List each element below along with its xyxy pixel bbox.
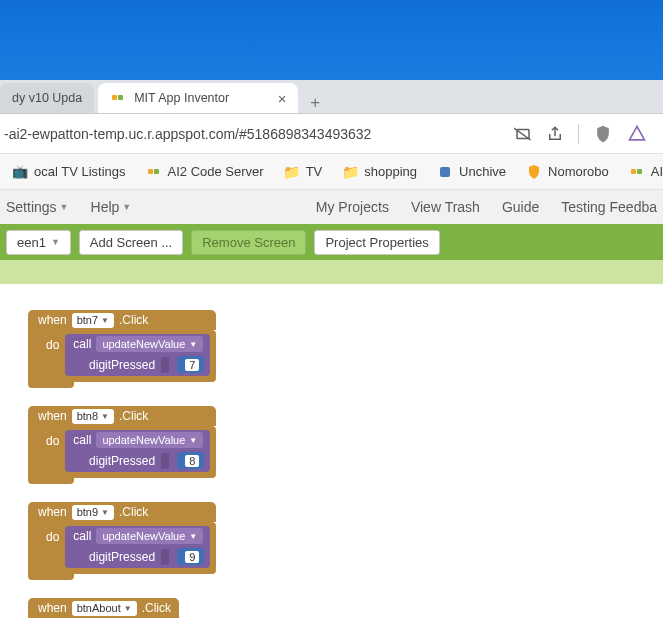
- bookmark-tv-folder[interactable]: 📁TV: [276, 160, 331, 184]
- menu-my-projects[interactable]: My Projects: [316, 199, 389, 215]
- event-header: when btn9▼ .Click: [28, 502, 216, 522]
- brave-shields-icon[interactable]: [593, 124, 613, 144]
- folder-icon: 📁: [284, 164, 300, 180]
- brave-rewards-icon[interactable]: [627, 124, 647, 144]
- event-block-btnabout-click[interactable]: when btnAbout▼ .Click: [28, 598, 179, 618]
- chevron-down-icon: ▼: [189, 436, 197, 445]
- event-block-btn9-click[interactable]: when btn9▼ .Click do call updateNewValue…: [28, 502, 216, 574]
- number-block[interactable]: 8: [177, 452, 204, 469]
- divider: [578, 124, 579, 144]
- input-socket: [161, 357, 169, 373]
- component-dropdown[interactable]: btn7▼: [72, 313, 114, 328]
- bookmark-ai2-code-server[interactable]: AI2 Code Server: [138, 160, 272, 184]
- chevron-down-icon: ▼: [189, 340, 197, 349]
- do-label: do: [46, 430, 59, 448]
- screen-selector[interactable]: een1▼: [6, 230, 71, 255]
- bookmark-unchive[interactable]: Unchive: [429, 160, 514, 184]
- number-block[interactable]: 9: [177, 548, 204, 565]
- background-tab[interactable]: dy v10 Upda: [0, 83, 94, 113]
- svg-rect-8: [637, 169, 642, 174]
- appinventor-favicon: [110, 90, 126, 106]
- procedure-dropdown[interactable]: updateNewValue▼: [96, 432, 203, 448]
- shield-icon: [526, 164, 542, 180]
- svg-rect-7: [631, 169, 636, 174]
- chevron-down-icon: ▼: [122, 202, 131, 212]
- input-socket: [161, 549, 169, 565]
- bookmark-nomorobo[interactable]: Nomorobo: [518, 160, 617, 184]
- chevron-down-icon: ▼: [51, 237, 60, 247]
- call-procedure-block[interactable]: call updateNewValue▼ digitPressed 7: [65, 334, 210, 376]
- menu-settings[interactable]: Settings▼: [6, 199, 69, 215]
- event-header: when btn7▼ .Click: [28, 310, 216, 330]
- do-label: do: [46, 334, 59, 352]
- call-procedure-block[interactable]: call updateNewValue▼ digitPressed 8: [65, 430, 210, 472]
- svg-rect-4: [148, 169, 153, 174]
- event-block-btn8-click[interactable]: when btn8▼ .Click do call updateNewValue…: [28, 406, 216, 478]
- url-text[interactable]: -ai2-ewpatton-temp.uc.r.appspot.com/#518…: [0, 126, 514, 142]
- viewer-header: [0, 260, 663, 284]
- component-dropdown[interactable]: btn9▼: [72, 505, 114, 520]
- do-label: do: [46, 526, 59, 544]
- tab-title: MIT App Inventor: [134, 91, 229, 105]
- svg-rect-0: [112, 95, 117, 100]
- bookmarks-bar: 📺ocal TV Listings AI2 Code Server 📁TV 📁s…: [0, 154, 663, 190]
- chevron-down-icon: ▼: [101, 412, 109, 421]
- svg-rect-5: [154, 169, 159, 174]
- tv-icon: 📺: [12, 164, 28, 180]
- appinventor-menu: Settings▼ Help▼ My Projects View Trash G…: [0, 190, 663, 224]
- menu-guide[interactable]: Guide: [502, 199, 539, 215]
- procedure-dropdown[interactable]: updateNewValue▼: [96, 336, 203, 352]
- active-tab[interactable]: MIT App Inventor ×: [98, 83, 298, 113]
- input-socket: [161, 453, 169, 469]
- bookmark-local-tv[interactable]: 📺ocal TV Listings: [4, 160, 134, 184]
- browser-tabstrip: dy v10 Upda MIT App Inventor × +: [0, 80, 663, 114]
- event-block-btn7-click[interactable]: when btn7▼ .Click do call updateNewValue…: [28, 310, 216, 382]
- bookmark-ai2-canned[interactable]: AI2 Canned Replies: [621, 160, 663, 184]
- folder-icon: 📁: [342, 164, 358, 180]
- call-procedure-block[interactable]: call updateNewValue▼ digitPressed 9: [65, 526, 210, 568]
- screenshot-blocked-icon[interactable]: [514, 125, 532, 143]
- ai2-icon: [146, 164, 162, 180]
- procedure-dropdown[interactable]: updateNewValue▼: [96, 528, 203, 544]
- blocks-canvas[interactable]: when btn7▼ .Click do call updateNewValue…: [0, 284, 663, 618]
- chevron-down-icon: ▼: [101, 508, 109, 517]
- svg-rect-1: [118, 95, 123, 100]
- menu-help[interactable]: Help▼: [91, 199, 132, 215]
- new-tab-button[interactable]: +: [302, 93, 328, 113]
- address-bar: -ai2-ewpatton-temp.uc.r.appspot.com/#518…: [0, 114, 663, 154]
- event-header: when btnAbout▼ .Click: [28, 598, 179, 618]
- number-block[interactable]: 7: [177, 356, 204, 373]
- chevron-down-icon: ▼: [124, 604, 132, 613]
- svg-rect-6: [440, 167, 450, 177]
- bookmark-shopping-folder[interactable]: 📁shopping: [334, 160, 425, 184]
- arg-label: digitPressed: [89, 550, 155, 564]
- chevron-down-icon: ▼: [60, 202, 69, 212]
- arg-label: digitPressed: [89, 454, 155, 468]
- desktop-background: [0, 0, 663, 80]
- project-properties-button[interactable]: Project Properties: [314, 230, 439, 255]
- tab-title: dy v10 Upda: [12, 91, 82, 105]
- menu-testing-feedback[interactable]: Testing Feedba: [561, 199, 657, 215]
- share-icon[interactable]: [546, 125, 564, 143]
- remove-screen-button[interactable]: Remove Screen: [191, 230, 306, 255]
- close-icon[interactable]: ×: [274, 90, 290, 106]
- add-screen-button[interactable]: Add Screen ...: [79, 230, 183, 255]
- arg-label: digitPressed: [89, 358, 155, 372]
- component-dropdown[interactable]: btn8▼: [72, 409, 114, 424]
- chevron-down-icon: ▼: [189, 532, 197, 541]
- puzzle-icon: [437, 164, 453, 180]
- component-dropdown[interactable]: btnAbout▼: [72, 601, 137, 616]
- event-header: when btn8▼ .Click: [28, 406, 216, 426]
- ai2-icon: [629, 164, 645, 180]
- menu-view-trash[interactable]: View Trash: [411, 199, 480, 215]
- screen-toolbar: een1▼ Add Screen ... Remove Screen Proje…: [0, 224, 663, 260]
- chevron-down-icon: ▼: [101, 316, 109, 325]
